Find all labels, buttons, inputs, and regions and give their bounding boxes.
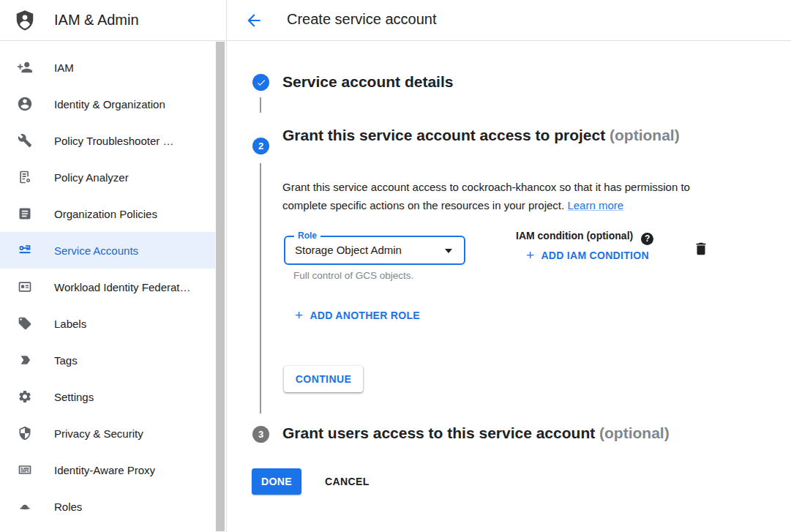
sidebar-item-identity-aware-proxy[interactable]: Identity-Aware Proxy <box>0 452 215 488</box>
sidebar-item-label: Settings <box>54 391 94 403</box>
sidebar-item-iam[interactable]: IAM <box>0 49 215 86</box>
service-account-key-icon <box>16 241 34 259</box>
step-connector <box>260 97 261 113</box>
account-circle-icon <box>16 95 34 113</box>
sidebar-item-label: Roles <box>54 501 82 513</box>
sidebar-item-workload-identity-federation[interactable]: Workload Identity Federat… <box>0 269 215 305</box>
back-arrow-icon[interactable] <box>244 11 263 30</box>
trash-icon[interactable] <box>693 240 709 258</box>
add-iam-condition-button[interactable]: + ADD IAM CONDITION <box>526 250 649 261</box>
sidebar-item-settings[interactable]: Settings <box>0 378 215 415</box>
step3-number: 3 <box>258 429 263 440</box>
main-content: Create service account Service account d… <box>227 0 791 532</box>
sidebar-item-label: IAM <box>54 61 74 74</box>
help-icon[interactable]: ? <box>641 233 653 245</box>
sidebar-item-label: Workload Identity Federat… <box>54 281 190 293</box>
sidebar-item-policy-analyzer[interactable]: Policy Analyzer <box>0 159 215 195</box>
step3-number-circle: 3 <box>252 426 269 443</box>
step1-check-circle <box>252 74 269 91</box>
sidebar-item-label: Identity-Aware Proxy <box>54 464 155 476</box>
sidebar-item-identity-organization[interactable]: Identity & Organization <box>0 86 215 122</box>
chevron-down-icon <box>445 249 452 253</box>
step1-title: Service account details <box>282 73 453 91</box>
done-button[interactable]: DONE <box>252 468 301 495</box>
step2-title: Grant this service account access to pro… <box>282 123 692 147</box>
sidebar-item-privacy-security[interactable]: Privacy & Security <box>0 415 215 452</box>
step2-optional: (optional) <box>610 127 680 143</box>
add-another-role-button[interactable]: + ADD ANOTHER ROLE <box>295 310 420 321</box>
role-selected-value: Storage Object Admin <box>295 244 402 256</box>
app-title: IAM & Admin <box>54 12 139 29</box>
sidebar-item-label: Service Accounts <box>54 244 138 257</box>
sidebar-item-label: Identity & Organization <box>54 98 165 110</box>
shield-half-icon <box>16 424 34 442</box>
role-dropdown[interactable]: Role Storage Object Admin <box>284 236 465 265</box>
sidebar-scrollbar-track <box>215 41 225 532</box>
page-title: Create service account <box>287 11 437 28</box>
step2-number: 2 <box>258 141 263 151</box>
sidebar-item-labels[interactable]: Labels <box>0 305 215 342</box>
sidebar-header: IAM & Admin <box>0 0 227 41</box>
sidebar-item-label: Policy Troubleshooter … <box>54 135 173 147</box>
sidebar-item-label: Privacy & Security <box>54 427 143 440</box>
learn-more-link[interactable]: Learn more <box>567 199 623 211</box>
tag-arrow-icon <box>16 351 34 369</box>
main-header: Create service account <box>227 0 791 41</box>
hat-icon <box>16 498 34 515</box>
page: IAM & Admin IAM Identity & Organization <box>0 0 791 532</box>
iam-condition-label: IAM condition (optional) ? <box>516 230 653 245</box>
card-icon <box>16 278 34 296</box>
sidebar-item-roles[interactable]: Roles <box>0 488 215 525</box>
plus-icon: + <box>295 310 303 321</box>
gear-icon <box>16 388 34 405</box>
label-tag-icon <box>16 315 34 332</box>
step-connector <box>260 163 261 413</box>
sidebar-item-service-accounts[interactable]: Service Accounts <box>0 232 215 269</box>
step3-title: Grant users access to this service accou… <box>282 424 780 442</box>
sidebar-item-tags[interactable]: Tags <box>0 342 215 378</box>
step3-optional: (optional) <box>599 424 670 441</box>
wrench-icon <box>16 132 34 149</box>
sidebar: IAM & Admin IAM Identity & Organization <box>0 0 227 532</box>
policy-analyzer-icon <box>16 168 34 186</box>
step2-description: Grant this service account access to coc… <box>282 178 721 214</box>
sidebar-item-label: Policy Analyzer <box>54 171 129 184</box>
sidebar-item-label: Tags <box>54 354 78 367</box>
sidebar-item-policy-troubleshooter[interactable]: Policy Troubleshooter … <box>0 122 215 159</box>
sidebar-item-label: Organization Policies <box>54 208 157 220</box>
role-helper-text: Full control of GCS objects. <box>293 270 413 281</box>
person-add-icon <box>16 59 34 76</box>
check-icon <box>256 78 266 88</box>
sidebar-nav: IAM Identity & Organization Policy Troub… <box>0 49 215 525</box>
step2-number-circle: 2 <box>252 138 269 154</box>
proxy-icon <box>16 461 34 479</box>
sidebar-item-label: Labels <box>54 318 86 330</box>
sidebar-scrollbar-thumb[interactable] <box>216 42 225 531</box>
cancel-button[interactable]: CANCEL <box>325 468 370 495</box>
role-field-label: Role <box>294 231 320 241</box>
iam-shield-logo-icon <box>14 9 36 32</box>
continue-button[interactable]: CONTINUE <box>284 366 363 392</box>
document-icon <box>16 205 34 222</box>
plus-icon: + <box>526 250 534 261</box>
sidebar-item-organization-policies[interactable]: Organization Policies <box>0 195 215 232</box>
